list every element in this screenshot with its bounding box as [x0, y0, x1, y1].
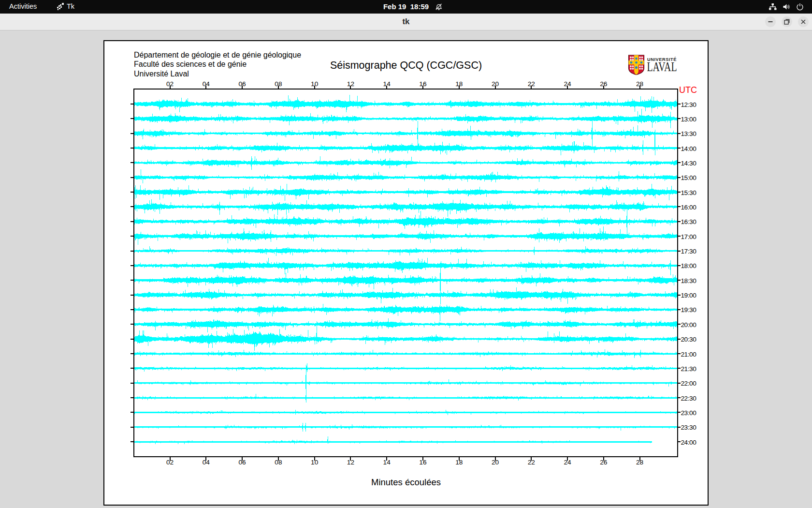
- svg-text:LAVAL: LAVAL: [647, 60, 677, 74]
